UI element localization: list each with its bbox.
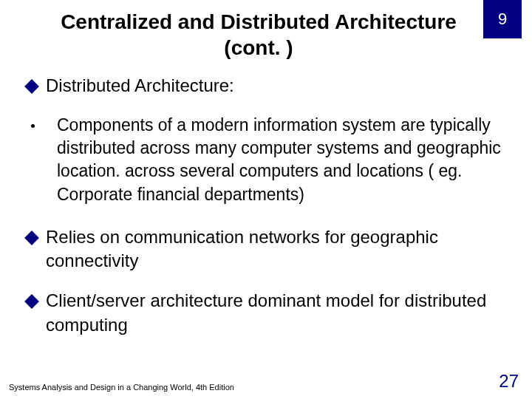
bullet-client-server: Client/server architecture dominant mode…	[21, 289, 511, 337]
chapter-number: 9	[498, 10, 507, 29]
slide-content: Distributed Architecture: Components of …	[0, 61, 532, 337]
bullet-relies: Relies on communication networks for geo…	[21, 225, 511, 273]
slide-title: Centralized and Distributed Architecture…	[0, 0, 532, 61]
diamond-icon	[24, 231, 39, 245]
footer-source: Systems Analysis and Design in a Changin…	[9, 383, 234, 392]
dot-icon	[31, 124, 35, 128]
bullet-distributed-architecture: Distributed Architecture:	[21, 74, 511, 98]
slide-footer: Systems Analysis and Design in a Changin…	[9, 371, 519, 392]
sub-bullet-components: Components of a modern information syste…	[31, 114, 511, 205]
page-number: 27	[499, 371, 519, 392]
bullet-text: Relies on communication networks for geo…	[46, 225, 511, 273]
diamond-icon	[24, 79, 39, 94]
sub-bullet-text: Components of a modern information syste…	[57, 114, 511, 205]
bullet-text: Client/server architecture dominant mode…	[46, 289, 511, 337]
diamond-icon	[24, 294, 39, 309]
bullet-text: Distributed Architecture:	[46, 74, 234, 98]
chapter-badge: 9	[483, 0, 522, 38]
